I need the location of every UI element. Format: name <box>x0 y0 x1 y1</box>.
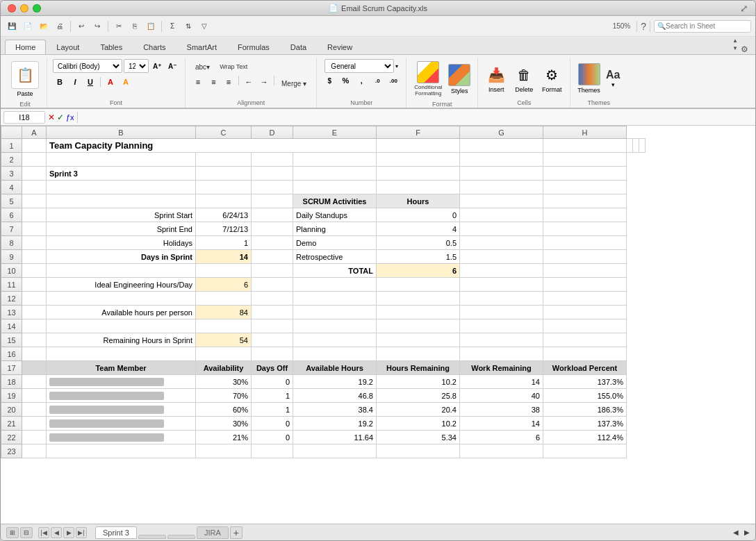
highlight-btn[interactable]: A <box>119 76 133 88</box>
cell-r16-c0[interactable] <box>22 347 47 361</box>
cell-r23-c4[interactable] <box>293 444 377 458</box>
cell-r6-c6[interactable] <box>460 208 543 222</box>
cell-r3-c0[interactable] <box>22 167 47 181</box>
cell-r18-c1[interactable]: ██████████ <box>47 375 196 389</box>
cell-r16-c1[interactable] <box>47 347 196 361</box>
cell-r11-c3[interactable] <box>252 278 293 292</box>
cell-r20-c6[interactable]: 38 <box>460 403 543 417</box>
cell-r12-c0[interactable] <box>22 292 47 306</box>
last-sheet-btn[interactable]: ▶| <box>76 527 87 538</box>
sheet-tab-sprint3[interactable]: Sprint 3 <box>95 526 137 539</box>
col-header-b[interactable]: B <box>47 126 196 139</box>
font-size-increase[interactable]: A⁺ <box>150 60 164 72</box>
cell-r17-c7[interactable]: Workload Percent <box>543 361 627 375</box>
cell-r19-c6[interactable]: 40 <box>460 389 543 403</box>
maximize-button[interactable] <box>33 4 41 13</box>
cell-r2-c0[interactable] <box>22 153 47 167</box>
cell-r7-c0[interactable] <box>22 222 47 236</box>
cell-r23-c5[interactable] <box>377 444 460 458</box>
cell-r15-c0[interactable] <box>22 333 47 347</box>
cell-r10-c5[interactable]: 6 <box>377 264 460 278</box>
cell-r13-c2[interactable]: 84 <box>196 306 252 319</box>
row-header-11[interactable]: 11 <box>1 278 22 292</box>
cell-r1-c7[interactable] <box>639 139 646 153</box>
cell-r17-c5[interactable]: Hours Remaining <box>377 361 460 375</box>
prev-sheet-btn[interactable]: ◀ <box>51 527 62 538</box>
indent-decrease-btn[interactable]: ← <box>242 76 256 88</box>
new-quick-btn[interactable]: 📄 <box>21 19 35 33</box>
cell-r11-c6[interactable] <box>460 278 543 292</box>
cell-r12-c6[interactable] <box>460 292 543 306</box>
cell-r6-c2[interactable]: 6/24/13 <box>196 208 252 222</box>
cell-r14-c5[interactable] <box>377 319 460 333</box>
cell-r5-c1[interactable] <box>47 194 196 208</box>
col-header-e[interactable]: E <box>293 126 377 139</box>
scroll-right-btn[interactable]: ▶ <box>744 528 750 536</box>
cell-r20-c5[interactable]: 20.4 <box>377 403 460 417</box>
scroll-left-btn[interactable]: ◀ <box>733 528 739 536</box>
cell-r13-c4[interactable] <box>293 306 377 319</box>
cell-r19-c2[interactable]: 70% <box>196 389 252 403</box>
cell-r15-c6[interactable] <box>460 333 543 347</box>
autosum-btn[interactable]: Σ <box>165 19 179 33</box>
save-quick-btn[interactable]: 💾 <box>5 19 19 33</box>
cell-r18-c7[interactable]: 137.3% <box>543 375 627 389</box>
cell-r9-c6[interactable] <box>460 250 543 264</box>
cell-r11-c4[interactable] <box>293 278 377 292</box>
cell-r14-c1[interactable] <box>47 319 196 333</box>
styles-btn[interactable]: Styles <box>447 63 472 96</box>
sheet-tab-2[interactable] <box>138 535 166 539</box>
row-header-3[interactable]: 3 <box>1 167 22 181</box>
cell-r1-c2[interactable] <box>377 139 460 153</box>
cell-r23-c7[interactable] <box>543 444 627 458</box>
cell-r7-c3[interactable] <box>252 222 293 236</box>
cell-r19-c0[interactable] <box>22 389 47 403</box>
font-color-btn[interactable]: A <box>104 76 117 88</box>
row-header-17[interactable]: 17 <box>1 361 22 375</box>
cell-r15-c5[interactable] <box>377 333 460 347</box>
cell-r4-c3[interactable] <box>252 181 293 194</box>
col-header-c[interactable]: C <box>196 126 252 139</box>
cell-r15-c7[interactable] <box>543 333 627 347</box>
merge-btn[interactable]: Merge▾ <box>277 76 311 91</box>
cell-r1-c6[interactable] <box>633 139 639 153</box>
row-header-20[interactable]: 20 <box>1 403 22 417</box>
redo-btn[interactable]: ↪ <box>90 19 104 33</box>
cell-r2-c2[interactable] <box>196 153 252 167</box>
cell-r9-c3[interactable] <box>252 250 293 264</box>
conditional-formatting-btn[interactable]: Conditional Formatting <box>412 59 444 99</box>
cell-r12-c7[interactable] <box>543 292 627 306</box>
align-center-btn[interactable]: ≡ <box>206 76 220 88</box>
cell-r18-c6[interactable]: 14 <box>460 375 543 389</box>
cell-r12-c3[interactable] <box>252 292 293 306</box>
cell-r4-c7[interactable] <box>543 181 627 194</box>
text-direction-btn[interactable]: abc▾ <box>191 59 214 74</box>
cell-r7-c5[interactable]: 4 <box>377 222 460 236</box>
delete-btn[interactable]: 🗑 Delete <box>511 63 536 94</box>
cell-r12-c4[interactable] <box>293 292 377 306</box>
tab-charts[interactable]: Charts <box>133 40 176 54</box>
cell-r13-c7[interactable] <box>543 306 627 319</box>
cell-r4-c5[interactable] <box>377 181 460 194</box>
cell-r8-c2[interactable]: 1 <box>196 236 252 250</box>
cell-r21-c1[interactable]: ██████████ <box>47 417 196 431</box>
font-size-decrease[interactable]: A⁻ <box>165 60 179 72</box>
close-button[interactable] <box>8 4 16 13</box>
cell-r18-c5[interactable]: 10.2 <box>377 375 460 389</box>
cell-r6-c0[interactable] <box>22 208 47 222</box>
tab-layout[interactable]: Layout <box>46 40 90 54</box>
themes-btn[interactable]: Themes <box>576 62 602 95</box>
cell-r10-c4[interactable]: TOTAL <box>293 264 377 278</box>
cell-r14-c0[interactable] <box>22 319 47 333</box>
undo-btn[interactable]: ↩ <box>74 19 88 33</box>
minimize-button[interactable] <box>20 4 28 13</box>
sort-btn[interactable]: ⇅ <box>181 19 195 33</box>
paste-quick-btn[interactable]: 📋 <box>144 19 158 33</box>
cell-r8-c4[interactable]: Demo <box>293 236 377 250</box>
row-header-10[interactable]: 10 <box>1 264 22 278</box>
cell-r20-c2[interactable]: 60% <box>196 403 252 417</box>
cell-r18-c3[interactable]: 0 <box>252 375 293 389</box>
cell-r10-c6[interactable] <box>460 264 543 278</box>
paste-button[interactable]: 📋 Paste <box>9 59 41 99</box>
normal-view-btn[interactable]: ⊞ <box>6 527 19 538</box>
